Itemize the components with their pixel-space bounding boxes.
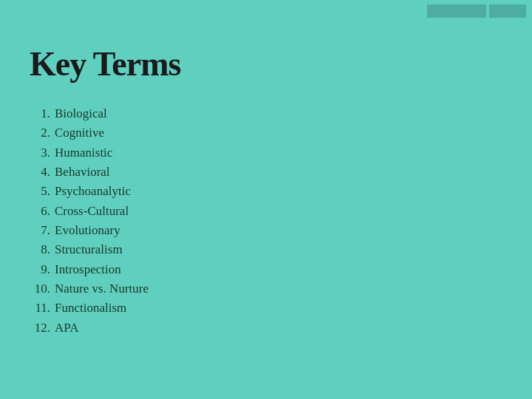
list-item: 8.Structuralism	[30, 240, 532, 259]
list-item-text: Functionalism	[55, 299, 126, 318]
list-item-number: 8.	[30, 240, 50, 259]
list-item: 2.Cognitive	[30, 123, 532, 143]
list-item-number: 1.	[30, 104, 50, 123]
list-item-number: 9.	[30, 260, 50, 279]
list-item-text: Cognitive	[55, 123, 104, 143]
list-item: 9.Introspection	[30, 260, 532, 279]
list-item: 4.Behavioral	[30, 163, 532, 182]
list-item-text: Biological	[55, 104, 107, 123]
list-item-number: 7.	[30, 221, 50, 240]
key-terms-list: 1.Biological2.Cognitive3.Humanistic4.Beh…	[30, 104, 532, 338]
main-content: Key Terms 1.Biological2.Cognitive3.Human…	[0, 0, 532, 338]
list-item-number: 3.	[30, 143, 50, 163]
top-decorative-bar	[421, 0, 532, 22]
list-item-number: 11.	[30, 299, 50, 318]
list-item: 7.Evolutionary	[30, 221, 532, 240]
list-item: 12.APA	[30, 318, 532, 338]
page-title: Key Terms	[30, 44, 532, 83]
list-item-number: 6.	[30, 202, 50, 221]
list-item-number: 12.	[30, 318, 50, 338]
list-item-number: 5.	[30, 182, 50, 201]
top-bar-block-2	[489, 4, 526, 18]
list-item: 11.Functionalism	[30, 299, 532, 318]
list-item-text: Introspection	[55, 260, 121, 279]
list-item-text: Cross-Cultural	[55, 202, 129, 221]
list-item: 10.Nature vs. Nurture	[30, 279, 532, 299]
list-item-text: APA	[55, 318, 78, 338]
top-bar-block-1	[427, 4, 486, 18]
list-item: 1.Biological	[30, 104, 532, 123]
list-item: 3.Humanistic	[30, 143, 532, 163]
list-item-text: Structuralism	[55, 240, 123, 259]
list-item: 6.Cross-Cultural	[30, 202, 532, 221]
list-item-number: 2.	[30, 123, 50, 143]
list-item: 5.Psychoanalytic	[30, 182, 532, 201]
list-item-text: Psychoanalytic	[55, 182, 131, 201]
list-item-text: Behavioral	[55, 163, 110, 182]
list-item-number: 4.	[30, 163, 50, 182]
list-item-text: Nature vs. Nurture	[55, 279, 149, 299]
list-item-text: Humanistic	[55, 143, 112, 163]
list-item-text: Evolutionary	[55, 221, 120, 240]
list-item-number: 10.	[30, 279, 50, 299]
